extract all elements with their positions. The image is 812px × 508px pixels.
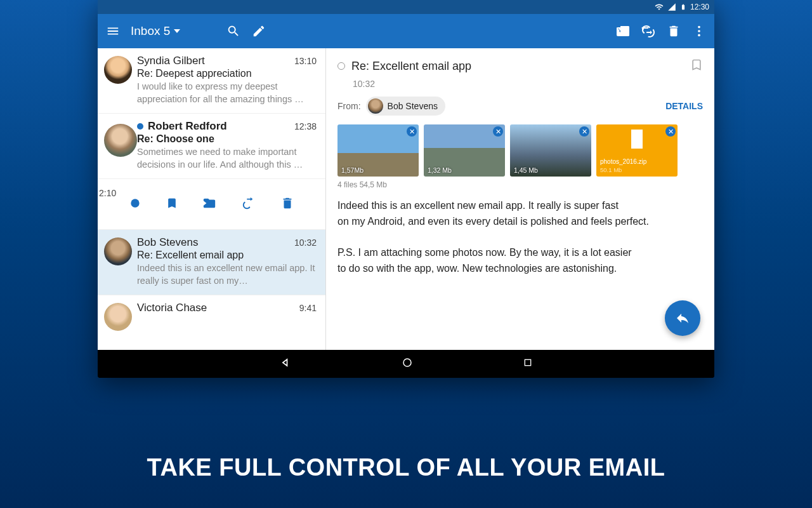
email-preview: I would like to express my deepest appre… bbox=[137, 81, 317, 105]
remove-icon[interactable]: ✕ bbox=[493, 126, 503, 137]
sender-name: Syndia Gilbert bbox=[137, 55, 294, 67]
read-status-icon[interactable] bbox=[337, 62, 345, 70]
email-subject: Re: Deepest appreciation bbox=[137, 68, 317, 79]
wifi-icon bbox=[655, 3, 664, 11]
reading-pane: Re: Excellent email app 10:32 From: Bob … bbox=[326, 48, 714, 350]
home-icon[interactable] bbox=[402, 357, 413, 371]
peek-time: 2:10 bbox=[99, 188, 116, 198]
email-subject: Re: Choose one bbox=[137, 133, 317, 145]
avatar bbox=[368, 98, 383, 114]
compose-icon[interactable] bbox=[251, 23, 266, 39]
svg-point-2 bbox=[698, 34, 700, 37]
email-preview: Indeed this is an excellent new email ap… bbox=[137, 262, 317, 287]
back-icon[interactable] bbox=[279, 356, 292, 371]
remove-icon[interactable]: ✕ bbox=[665, 126, 676, 137]
search-icon[interactable] bbox=[226, 23, 241, 39]
avatar bbox=[104, 56, 132, 84]
email-item[interactable]: Robert Redford12:38 Re: Choose one Somet… bbox=[98, 114, 325, 179]
message-subject: Re: Excellent email app bbox=[351, 60, 684, 73]
status-time: 12:30 bbox=[690, 3, 709, 11]
email-item[interactable]: Bob Stevens10:32 Re: Excellent email app… bbox=[98, 230, 325, 295]
from-label: From: bbox=[337, 101, 361, 111]
chevron-down-icon bbox=[174, 29, 180, 33]
avatar bbox=[104, 124, 137, 157]
sender-name: Victoria Chase bbox=[137, 302, 299, 314]
delete-icon[interactable] bbox=[280, 196, 294, 213]
email-list: Syndia Gilbert13:10 Re: Deepest apprecia… bbox=[98, 48, 326, 350]
reply-fab[interactable] bbox=[665, 300, 700, 336]
signal-icon bbox=[667, 3, 676, 11]
message-body: Indeed this is an excellent new email ap… bbox=[337, 198, 703, 277]
message-time: 10:32 bbox=[353, 79, 703, 89]
delete-icon[interactable] bbox=[666, 23, 681, 39]
battery-icon bbox=[680, 3, 686, 11]
svg-point-1 bbox=[698, 30, 700, 32]
svg-point-0 bbox=[698, 26, 700, 29]
sender-name: Bob Stevens bbox=[137, 236, 294, 249]
recents-icon[interactable] bbox=[523, 358, 533, 370]
email-item[interactable]: Syndia Gilbert13:10 Re: Deepest apprecia… bbox=[98, 48, 325, 114]
app-toolbar: Inbox 5 bbox=[98, 14, 714, 48]
promo-caption: TAKE FULL CONTROL OF ALL YOUR EMAIL bbox=[0, 454, 812, 481]
sender-chip[interactable]: Bob Stevens bbox=[366, 97, 445, 116]
attachment-strip: ✕1,57Mb ✕1,32 Mb ✕1,45 Mb ✕photos_2016.z… bbox=[337, 124, 703, 177]
move-to-folder-icon[interactable] bbox=[615, 23, 631, 39]
avatar bbox=[104, 303, 132, 331]
remove-icon[interactable]: ✕ bbox=[579, 126, 589, 137]
spam-icon[interactable] bbox=[641, 23, 656, 39]
swipe-actions: 2:10 bbox=[98, 179, 325, 230]
attachment-thumb[interactable]: ✕1,57Mb bbox=[337, 124, 419, 177]
spam-icon[interactable] bbox=[241, 196, 256, 213]
unread-dot-icon bbox=[137, 123, 143, 130]
email-time: 13:10 bbox=[294, 56, 317, 66]
remove-icon[interactable]: ✕ bbox=[407, 126, 417, 137]
status-bar: 12:30 bbox=[98, 0, 714, 14]
android-navbar bbox=[98, 350, 714, 378]
attachment-thumb[interactable]: ✕1,45 Mb bbox=[510, 124, 591, 177]
menu-icon[interactable] bbox=[105, 23, 121, 39]
move-icon[interactable] bbox=[202, 196, 217, 213]
avatar bbox=[104, 237, 132, 265]
sender-name: Robert Redford bbox=[148, 120, 294, 133]
svg-point-4 bbox=[403, 359, 411, 366]
email-time: 12:38 bbox=[294, 121, 317, 131]
email-preview: Sometimes we need to make important deci… bbox=[137, 146, 317, 171]
overflow-icon[interactable] bbox=[691, 23, 707, 39]
svg-point-3 bbox=[131, 199, 139, 207]
attachment-thumb[interactable]: ✕photos_2016.zip50.1 Mb bbox=[596, 124, 678, 177]
email-time: 9:41 bbox=[299, 303, 317, 313]
bookmark-icon[interactable] bbox=[166, 197, 178, 212]
email-item[interactable]: Victoria Chase9:41 bbox=[98, 295, 325, 322]
mark-unread-icon[interactable] bbox=[129, 197, 141, 212]
email-time: 10:32 bbox=[294, 237, 317, 248]
attachment-thumb[interactable]: ✕1,32 Mb bbox=[424, 124, 505, 177]
details-button[interactable]: DETAILS bbox=[665, 101, 703, 111]
bookmark-icon[interactable] bbox=[690, 57, 703, 75]
folder-dropdown[interactable]: Inbox 5 bbox=[131, 24, 180, 38]
attachment-summary: 4 files 54,5 Mb bbox=[337, 180, 703, 189]
email-subject: Re: Excellent email app bbox=[137, 250, 317, 261]
tablet-frame: 12:30 Inbox 5 bbox=[98, 0, 714, 378]
svg-rect-5 bbox=[525, 359, 530, 365]
zip-icon bbox=[631, 130, 643, 149]
